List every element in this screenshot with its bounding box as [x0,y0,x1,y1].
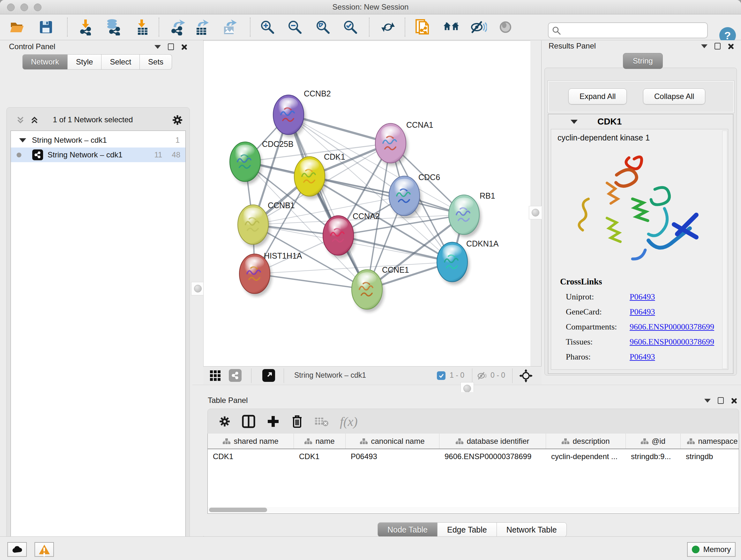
canvas-results-splitter[interactable] [530,41,542,366]
column-header-shared-name[interactable]: shared name [208,434,294,449]
network-node-CDK1[interactable]: CDK1 [294,152,345,199]
float-panel-icon[interactable] [718,397,724,404]
show-columns-icon[interactable] [242,415,256,428]
import-network-icon[interactable] [77,19,94,36]
network-node-CCNA1[interactable]: CCNA1 [375,120,433,166]
expand-all-button[interactable]: Expand All [568,88,627,105]
network-node-HIST1H1A[interactable]: HIST1H1A [239,251,302,297]
network-node-CDC25B[interactable]: CDC25B [230,139,293,185]
zoom-fit-icon[interactable] [315,19,331,36]
splitter-handle[interactable] [529,206,542,219]
column-header-namespace[interactable]: namespace [681,434,739,449]
tab-sets[interactable]: Sets [140,54,172,70]
expand-all-icon[interactable] [30,115,39,125]
float-panel-icon[interactable] [168,44,174,50]
save-session-icon[interactable] [38,19,54,36]
import-network-from-database-icon[interactable] [105,19,121,36]
table-cell[interactable]: stringdb:9... [626,449,681,464]
close-panel-icon[interactable] [728,44,733,49]
search-input[interactable] [564,23,702,37]
tab-edge-table[interactable]: Edge Table [437,522,497,537]
open-in-new-icon[interactable] [262,369,275,382]
table-cell[interactable]: CDK1 [208,449,294,464]
gear-icon[interactable] [172,114,183,126]
table-horizontal-scrollbar[interactable] [208,507,739,513]
collapse-panel-icon[interactable] [701,44,708,48]
tab-string[interactable]: String [623,53,663,69]
column-header-@id[interactable]: @id [626,434,681,449]
show-panel-icon[interactable] [497,19,514,36]
delete-table-icon[interactable] [314,416,329,427]
tab-network-table[interactable]: Network Table [497,522,567,537]
network-edge[interactable] [310,177,464,215]
add-column-icon[interactable] [266,415,280,428]
gene-card-header[interactable]: CDK1 [548,114,733,129]
tree-expander-icon[interactable] [19,138,26,142]
table-row[interactable]: CDK1CDK1P064939606.ENSP00000378699cyclin… [208,449,739,464]
network-node-CCNB2[interactable]: CCNB2 [273,89,331,138]
column-header-canonical-name[interactable]: canonical name [346,434,440,449]
export-image-icon[interactable] [221,19,238,36]
float-panel-icon[interactable] [715,43,721,50]
delete-column-trash-icon[interactable] [291,415,304,428]
crosslink-link[interactable]: 9606.ENSP00000378699 [630,337,714,347]
tab-select[interactable]: Select [102,54,140,70]
import-table-icon[interactable] [134,19,151,36]
memory-button[interactable]: Memory [687,542,736,557]
column-header-database-identifier[interactable]: database identifier [440,434,546,449]
copy-network-icon[interactable] [414,19,431,36]
table-cell[interactable]: P06493 [346,449,440,464]
refresh-layout-icon[interactable] [380,19,396,36]
tab-node-table[interactable]: Node Table [378,522,437,537]
network-node-RB1[interactable]: RB1 [449,191,495,238]
zoom-in-icon[interactable] [259,19,276,36]
network-collection-row[interactable]: String Network – cdk1 1 [11,133,185,147]
grid-view-icon[interactable] [210,370,221,381]
hide-panel-icon[interactable] [470,19,487,36]
table-cell[interactable]: cyclin-dependent ... [546,449,626,464]
tab-style[interactable]: Style [68,54,102,70]
warning-status-button[interactable] [35,542,54,557]
splitter-handle[interactable] [191,282,205,295]
function-builder-icon[interactable]: f(x) [340,414,358,429]
selected-checkbox-icon[interactable] [437,371,446,380]
zoom-out-icon[interactable] [286,19,303,36]
network-node-CCNB1[interactable]: CCNB1 [238,201,295,247]
cloud-status-button[interactable] [7,542,27,557]
collapse-all-button[interactable]: Collapse All [643,88,705,105]
vertical-splitter[interactable] [192,40,204,537]
tab-network[interactable]: Network [22,54,68,70]
collapse-entry-icon[interactable] [570,120,578,124]
share-view-icon[interactable] [229,369,242,382]
open-session-icon[interactable] [9,19,25,36]
network-node-CCNA2[interactable]: CCNA2 [323,212,380,258]
card-scrollbar[interactable] [722,131,727,369]
network-node-CDKN1A[interactable]: CDKN1A [437,239,499,285]
horizontal-splitter[interactable] [192,385,741,392]
close-panel-icon[interactable] [731,398,737,403]
crosslink-link[interactable]: P06493 [630,292,655,302]
column-header-description[interactable]: description [546,434,626,449]
zoom-selected-icon[interactable] [342,19,359,36]
crosslink-link[interactable]: P06493 [630,307,655,317]
home-pair-icon[interactable] [443,19,460,36]
network-canvas[interactable]: CCNB2CCNA1CDC25BCDK1CDC6RB1CCNB1CCNA2CDK… [203,41,531,367]
table-cell[interactable]: 9606.ENSP00000378699 [440,449,546,464]
network-node-CDC6[interactable]: CDC6 [389,173,440,219]
table-settings-gear-icon[interactable] [219,415,231,428]
crosslink-link[interactable]: P06493 [630,352,655,362]
new-table-icon[interactable] [193,19,210,36]
table-cell[interactable]: CDK1 [294,449,346,464]
network-row-selected[interactable]: String Network – cdk1 11 48 [11,147,185,162]
crosslink-link[interactable]: 9606.ENSP00000378699 [630,322,714,332]
network-graph[interactable]: CCNB2CCNA1CDC25BCDK1CDC6RB1CCNB1CCNA2CDK… [204,41,531,367]
table-cell[interactable]: stringdb [681,449,739,464]
collapse-panel-icon[interactable] [154,45,161,49]
birds-eye-view-icon[interactable] [519,369,533,382]
new-network-icon[interactable] [170,19,186,36]
scrollbar-thumb[interactable] [209,508,267,512]
network-edge[interactable] [288,115,367,290]
network-node-CCNE1[interactable]: CCNE1 [352,265,409,312]
column-header-name[interactable]: name [294,434,346,449]
close-panel-icon[interactable] [181,44,187,50]
